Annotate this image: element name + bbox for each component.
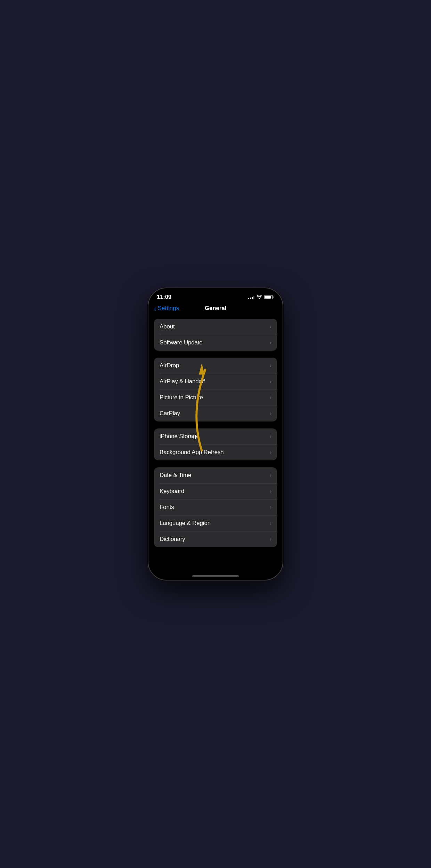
settings-item-keyboard[interactable]: Keyboard › <box>154 483 277 499</box>
iphone-storage-label: iPhone Storage <box>160 433 199 440</box>
iphone-storage-chevron-icon: › <box>270 433 271 440</box>
back-label: Settings <box>158 305 179 312</box>
airplay-handoff-label: AirPlay & Handoff <box>160 378 205 385</box>
settings-item-airplay-handoff[interactable]: AirPlay & Handoff › <box>154 374 277 390</box>
settings-section-3: iPhone Storage › Background App Refresh … <box>154 428 277 460</box>
dictionary-label: Dictionary <box>160 536 185 543</box>
settings-item-picture-in-picture[interactable]: Picture in Picture › <box>154 390 277 406</box>
language-region-label: Language & Region <box>160 520 211 527</box>
fonts-chevron-icon: › <box>270 504 271 510</box>
phone-frame: 11:09 <box>148 287 283 581</box>
settings-item-date-time[interactable]: Date & Time › <box>154 467 277 483</box>
picture-in-picture-chevron-icon: › <box>270 394 271 401</box>
signal-bar-1 <box>248 298 249 299</box>
nav-bar: ‹ Settings General <box>148 303 283 316</box>
signal-bar-3 <box>252 297 253 299</box>
back-button[interactable]: ‹ Settings <box>154 305 179 312</box>
dynamic-island <box>195 292 236 305</box>
settings-section-2: AirDrop › AirPlay & Handoff › Picture in… <box>154 358 277 422</box>
background-app-refresh-chevron-icon: › <box>270 449 271 456</box>
status-time: 11:09 <box>157 294 171 301</box>
battery-body <box>264 295 273 299</box>
settings-item-iphone-storage[interactable]: iPhone Storage › <box>154 428 277 444</box>
settings-item-dictionary[interactable]: Dictionary › <box>154 531 277 547</box>
software-update-chevron-icon: › <box>270 340 271 346</box>
about-chevron-icon: › <box>270 324 271 330</box>
language-region-chevron-icon: › <box>270 520 271 526</box>
date-time-chevron-icon: › <box>270 472 271 478</box>
back-chevron-icon: ‹ <box>154 305 156 312</box>
background-app-refresh-label: Background App Refresh <box>160 449 224 456</box>
settings-content: About › Software Update › AirDrop › AirP… <box>148 316 283 573</box>
airdrop-chevron-icon: › <box>270 362 271 369</box>
date-time-label: Date & Time <box>160 472 191 479</box>
settings-item-about[interactable]: About › <box>154 319 277 335</box>
about-label: About <box>160 323 174 330</box>
settings-section-1: About › Software Update › <box>154 319 277 351</box>
keyboard-chevron-icon: › <box>270 488 271 494</box>
carplay-label: CarPlay <box>160 410 180 417</box>
page-title: General <box>205 305 226 312</box>
battery-tip <box>274 297 274 298</box>
home-indicator <box>192 575 239 577</box>
battery-icon <box>264 295 274 299</box>
picture-in-picture-label: Picture in Picture <box>160 394 203 401</box>
settings-item-fonts[interactable]: Fonts › <box>154 499 277 515</box>
airdrop-label: AirDrop <box>160 362 179 369</box>
signal-bars-icon <box>248 295 254 299</box>
settings-item-language-region[interactable]: Language & Region › <box>154 515 277 531</box>
carplay-chevron-icon: › <box>270 410 271 417</box>
phone-screen: 11:09 <box>148 288 283 580</box>
wifi-icon <box>257 295 262 300</box>
keyboard-label: Keyboard <box>160 488 184 495</box>
signal-bar-2 <box>250 298 251 299</box>
dictionary-chevron-icon: › <box>270 536 271 542</box>
settings-item-background-app-refresh[interactable]: Background App Refresh › <box>154 444 277 460</box>
fonts-label: Fonts <box>160 504 174 511</box>
settings-item-software-update[interactable]: Software Update › <box>154 335 277 351</box>
airplay-handoff-chevron-icon: › <box>270 378 271 385</box>
settings-item-airdrop[interactable]: AirDrop › <box>154 358 277 374</box>
software-update-label: Software Update <box>160 339 203 346</box>
settings-section-4: Date & Time › Keyboard › Fonts › Languag… <box>154 467 277 547</box>
settings-item-carplay[interactable]: CarPlay › <box>154 406 277 422</box>
battery-fill <box>265 296 271 299</box>
signal-bar-4 <box>253 296 254 299</box>
status-icons <box>248 295 274 300</box>
